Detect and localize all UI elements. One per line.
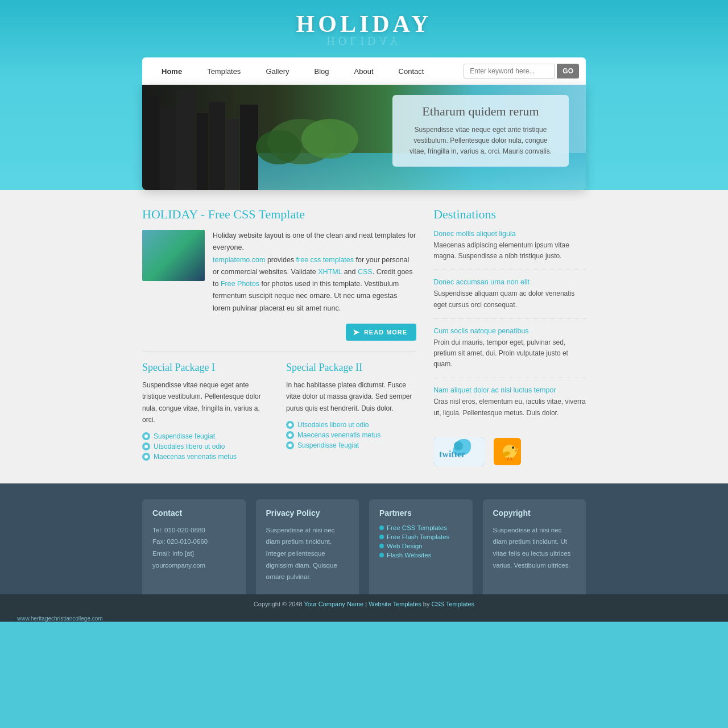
package-text-2: In hac habitasse platea dictumst. Fusce … [286,379,416,414]
nav-bar: HomeTemplatesGalleryBlogAboutContact GO [142,57,586,85]
hero-heading: Etharum quidem rerum [405,104,556,119]
free-photos-link[interactable]: Free Photos [221,280,259,288]
main-container: HOLIDAY - Free CSS Template Holiday webs… [142,207,586,466]
free-css-link[interactable]: free css templates [296,256,354,264]
package-heading-1: Special Package I [142,362,272,374]
package-heading-2: Special Package II [286,362,416,374]
svg-point-11 [256,130,301,164]
site-header: HOLIDAY HOLIDAY HomeTemplatesGalleryBlog… [0,0,728,190]
package-link[interactable]: Utsodales libero ut odio [154,442,225,450]
footer-dot [379,535,384,539]
list-item: Maecenas venenatis metus [142,453,272,461]
destination-link[interactable]: Cum sociis natoque penatibus [433,327,586,335]
partners-links: Free CSS TemplatesFree Flash TemplatesWe… [379,524,462,559]
footer-copyright-col: Copyright Suspendisse at nisi nec diam p… [483,499,586,594]
package-link[interactable]: Suspendisse feugiat [154,432,215,440]
partner-link[interactable]: Flash Websites [379,552,462,559]
templatemo-link[interactable]: templatemo.com [213,256,265,264]
footer-css-templates-link[interactable]: CSS Templates [432,601,475,607]
xhtml-link[interactable]: XHTML [318,268,342,276]
about-block: Holiday website layout is one of the cle… [142,230,416,315]
destinations-heading: Destinations [433,207,586,222]
bullet-icon [142,432,150,440]
read-more-icon: ➤ [353,328,360,337]
search-bar: GO [464,64,579,78]
css-link[interactable]: CSS [358,268,373,276]
footer-company-link[interactable]: Your Company Name [304,601,363,607]
svg-rect-5 [197,113,208,190]
hero-body: Suspendisse vitae neque eget ante tristi… [405,125,556,158]
package-1: Special Package ISuspendisse vitae neque… [142,362,272,464]
list-item: Suspendisse feugiat [286,441,416,449]
destinations-list: Donec mollis aliquet ligulaMaecenas adip… [433,230,586,427]
destination-item: Donec accumsan urna non elitSuspendisse … [433,278,586,318]
partner-link[interactable]: Free CSS Templates [379,524,462,531]
search-button[interactable]: GO [557,64,579,78]
destination-text: Maecenas adipiscing elementum ipsum vita… [433,240,586,262]
svg-text:twitter: twitter [439,449,465,459]
bottom-url: www.heritagechristiancollege.com [0,613,728,622]
bullet-icon [286,421,294,429]
svg-point-10 [301,119,358,159]
svg-rect-7 [226,119,239,190]
footer-partners-heading: Partners [379,508,462,518]
destination-item: Cum sociis natoque penatibusProin dui ma… [433,327,586,379]
package-link[interactable]: Maecenas venenatis metus [297,431,380,439]
list-item: Suspendisse feugiat [142,432,272,440]
footer-privacy-heading: Privacy Policy [266,508,349,518]
footer-privacy: Privacy Policy Suspendisse at nisi nec d… [256,499,359,594]
svg-rect-4 [176,90,196,190]
bullet-icon [142,442,150,450]
list-item: Maecenas venenatis metus [286,431,416,439]
nav-links: HomeTemplatesGalleryBlogAboutContact [149,59,464,84]
nav-item-about[interactable]: About [342,59,386,84]
partner-link[interactable]: Web Design [379,543,462,549]
footer-website-templates-link[interactable]: Website Templates [369,601,421,607]
destination-link[interactable]: Nam aliquet dolor ac nisl luctus tempor [433,386,586,394]
partner-link[interactable]: Free Flash Templates [379,533,462,540]
bullet-icon [142,453,150,461]
footer-contact-email: Email: info [at] yourcompany.com [152,548,235,571]
destination-link[interactable]: Donec mollis aliquet ligula [433,230,586,238]
package-link[interactable]: Utsodales libero ut odio [297,421,369,429]
hero-text-box: Etharum quidem rerum Suspendisse vitae n… [392,95,569,167]
search-input[interactable] [464,64,555,78]
main-heading: HOLIDAY - Free CSS Template [142,207,416,222]
rss-logo[interactable] [494,438,521,465]
nav-item-contact[interactable]: Contact [386,59,437,84]
svg-rect-3 [160,107,175,190]
footer-inner: Contact Tel: 010-020-0880 Fax: 020-010-0… [142,499,586,594]
bullet-icon [286,431,294,439]
nav-item-blog[interactable]: Blog [302,59,342,84]
read-more-button[interactable]: ➤ READ MORE [346,324,416,341]
svg-rect-2 [142,96,159,190]
footer-contact-fax: Fax: 020-010-0660 [152,536,235,548]
main-left: HOLIDAY - Free CSS Template Holiday webs… [142,207,416,466]
footer-partners: Partners Free CSS TemplatesFree Flash Te… [369,499,473,594]
footer-privacy-text: Suspendisse at nisi nec diam pretium tin… [266,524,349,583]
package-text-1: Suspendisse vitae neque eget ante tristi… [142,379,272,426]
destination-text: Suspendisse aliquam quam ac dolor venena… [433,288,586,310]
twitter-logo[interactable]: twitter [433,437,485,466]
svg-rect-8 [240,105,258,190]
package-link[interactable]: Maecenas venenatis metus [154,453,237,461]
footer-dot [379,544,384,548]
main-content: HOLIDAY - Free CSS Template Holiday webs… [0,190,728,483]
package-link[interactable]: Suspendisse feugiat [297,441,359,449]
destination-item: Donec mollis aliquet ligulaMaecenas adip… [433,230,586,270]
nav-item-home[interactable]: Home [149,59,195,84]
destination-link[interactable]: Donec accumsan urna non elit [433,278,586,286]
footer-copyright-text: Suspendisse at nisi nec diam pretium tin… [493,524,576,572]
nav-item-templates[interactable]: Templates [195,59,253,84]
svg-rect-6 [209,102,225,190]
footer-contact-tel: Tel: 010-020-0880 [152,524,235,536]
footer-bar-text: Copyright © 2048 Your Company Name | Web… [254,601,474,607]
footer-dot [379,526,384,530]
nav-item-gallery[interactable]: Gallery [253,59,301,84]
svg-point-23 [512,446,514,449]
footer-bar: Copyright © 2048 Your Company Name | Web… [0,594,728,613]
footer-contact: Contact Tel: 010-020-0880 Fax: 020-010-0… [142,499,246,594]
packages-row: Special Package ISuspendisse vitae neque… [142,362,416,464]
destination-text: Proin dui mauris, tempor eget, pulvinar … [433,337,586,370]
destination-item: Nam aliquet dolor ac nisl luctus temporC… [433,386,586,426]
